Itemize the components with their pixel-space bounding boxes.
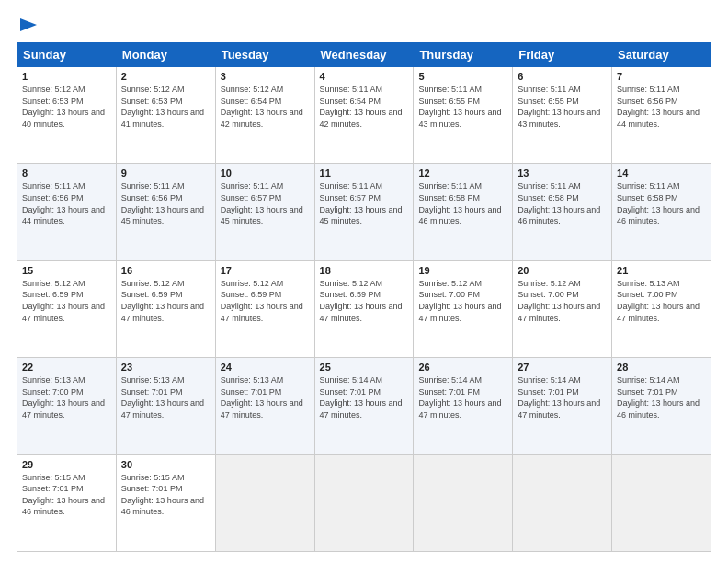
- calendar-week-row: 15Sunrise: 5:12 AMSunset: 6:59 PMDayligh…: [17, 260, 711, 357]
- day-number: 15: [22, 265, 111, 276]
- calendar-cell: 25Sunrise: 5:14 AMSunset: 7:01 PMDayligh…: [314, 358, 414, 454]
- day-info: Sunrise: 5:11 AMSunset: 6:58 PMDaylight:…: [518, 181, 600, 225]
- day-number: 20: [518, 265, 607, 276]
- page: SundayMondayTuesdayWednesdayThursdayFrid…: [0, 0, 728, 563]
- calendar-cell: 1Sunrise: 5:12 AMSunset: 6:53 PMDaylight…: [17, 67, 117, 164]
- day-number: 17: [221, 265, 310, 276]
- day-number: 7: [617, 71, 706, 82]
- day-info: Sunrise: 5:12 AMSunset: 6:59 PMDaylight:…: [121, 279, 204, 323]
- calendar-cell: 13Sunrise: 5:11 AMSunset: 6:58 PMDayligh…: [513, 164, 612, 260]
- day-info: Sunrise: 5:11 AMSunset: 6:57 PMDaylight:…: [320, 181, 403, 225]
- logo: [17, 17, 39, 33]
- day-number: 9: [121, 167, 210, 178]
- day-info: Sunrise: 5:14 AMSunset: 7:01 PMDaylight:…: [418, 375, 501, 419]
- day-header-tuesday: Tuesday: [215, 43, 314, 67]
- day-info: Sunrise: 5:11 AMSunset: 6:55 PMDaylight:…: [518, 85, 600, 129]
- day-number: 28: [617, 362, 706, 373]
- calendar-week-row: 1Sunrise: 5:12 AMSunset: 6:53 PMDaylight…: [17, 67, 711, 164]
- day-number: 8: [22, 167, 111, 178]
- calendar-cell: 29Sunrise: 5:15 AMSunset: 7:01 PMDayligh…: [17, 454, 117, 551]
- calendar-cell: 6Sunrise: 5:11 AMSunset: 6:55 PMDaylight…: [513, 67, 612, 164]
- day-info: Sunrise: 5:13 AMSunset: 7:01 PMDaylight:…: [121, 375, 204, 419]
- day-number: 26: [418, 362, 507, 373]
- day-info: Sunrise: 5:12 AMSunset: 6:53 PMDaylight:…: [121, 85, 204, 129]
- day-number: 23: [121, 362, 210, 373]
- day-number: 30: [121, 459, 210, 470]
- day-number: 27: [518, 362, 607, 373]
- day-info: Sunrise: 5:14 AMSunset: 7:01 PMDaylight:…: [320, 375, 403, 419]
- day-info: Sunrise: 5:11 AMSunset: 6:55 PMDaylight:…: [418, 85, 501, 129]
- calendar-header-row: SundayMondayTuesdayWednesdayThursdayFrid…: [17, 43, 711, 67]
- day-info: Sunrise: 5:15 AMSunset: 7:01 PMDaylight:…: [121, 473, 204, 517]
- calendar-cell: 28Sunrise: 5:14 AMSunset: 7:01 PMDayligh…: [612, 358, 711, 454]
- day-info: Sunrise: 5:13 AMSunset: 7:00 PMDaylight:…: [617, 279, 700, 323]
- day-info: Sunrise: 5:12 AMSunset: 6:54 PMDaylight:…: [221, 85, 303, 129]
- calendar-week-row: 8Sunrise: 5:11 AMSunset: 6:56 PMDaylight…: [17, 164, 711, 260]
- calendar-table: SundayMondayTuesdayWednesdayThursdayFrid…: [17, 42, 711, 552]
- day-info: Sunrise: 5:12 AMSunset: 6:59 PMDaylight:…: [320, 279, 403, 323]
- day-info: Sunrise: 5:12 AMSunset: 6:59 PMDaylight:…: [221, 279, 303, 323]
- day-number: 13: [518, 167, 607, 178]
- day-number: 4: [320, 71, 409, 82]
- day-info: Sunrise: 5:14 AMSunset: 7:01 PMDaylight:…: [518, 375, 600, 419]
- day-number: 21: [617, 265, 706, 276]
- day-number: 22: [22, 362, 111, 373]
- calendar-cell: 22Sunrise: 5:13 AMSunset: 7:00 PMDayligh…: [17, 358, 117, 454]
- calendar-cell: 24Sunrise: 5:13 AMSunset: 7:01 PMDayligh…: [215, 358, 314, 454]
- day-info: Sunrise: 5:11 AMSunset: 6:54 PMDaylight:…: [320, 85, 403, 129]
- day-info: Sunrise: 5:11 AMSunset: 6:58 PMDaylight:…: [418, 181, 501, 225]
- day-number: 14: [617, 167, 706, 178]
- day-info: Sunrise: 5:12 AMSunset: 6:53 PMDaylight:…: [22, 85, 105, 129]
- calendar-cell: 5Sunrise: 5:11 AMSunset: 6:55 PMDaylight…: [414, 67, 513, 164]
- calendar-cell: 30Sunrise: 5:15 AMSunset: 7:01 PMDayligh…: [116, 454, 215, 551]
- day-number: 6: [518, 71, 607, 82]
- calendar-cell: 11Sunrise: 5:11 AMSunset: 6:57 PMDayligh…: [314, 164, 414, 260]
- calendar-week-row: 22Sunrise: 5:13 AMSunset: 7:00 PMDayligh…: [17, 358, 711, 454]
- day-number: 19: [418, 265, 507, 276]
- day-info: Sunrise: 5:11 AMSunset: 6:56 PMDaylight:…: [617, 85, 700, 129]
- calendar-cell: 14Sunrise: 5:11 AMSunset: 6:58 PMDayligh…: [612, 164, 711, 260]
- calendar-cell: 23Sunrise: 5:13 AMSunset: 7:01 PMDayligh…: [116, 358, 215, 454]
- calendar-week-row: 29Sunrise: 5:15 AMSunset: 7:01 PMDayligh…: [17, 454, 711, 551]
- calendar-cell: [314, 454, 414, 551]
- calendar-cell: 18Sunrise: 5:12 AMSunset: 6:59 PMDayligh…: [314, 260, 414, 357]
- day-info: Sunrise: 5:13 AMSunset: 7:00 PMDaylight:…: [22, 375, 105, 419]
- day-number: 24: [221, 362, 310, 373]
- day-header-wednesday: Wednesday: [314, 43, 414, 67]
- calendar-cell: 7Sunrise: 5:11 AMSunset: 6:56 PMDaylight…: [612, 67, 711, 164]
- day-header-friday: Friday: [513, 43, 612, 67]
- day-number: 12: [418, 167, 507, 178]
- day-info: Sunrise: 5:12 AMSunset: 7:00 PMDaylight:…: [518, 279, 600, 323]
- calendar-cell: 10Sunrise: 5:11 AMSunset: 6:57 PMDayligh…: [215, 164, 314, 260]
- day-number: 3: [221, 71, 310, 82]
- calendar-cell: 12Sunrise: 5:11 AMSunset: 6:58 PMDayligh…: [414, 164, 513, 260]
- day-header-monday: Monday: [116, 43, 215, 67]
- calendar-cell: 4Sunrise: 5:11 AMSunset: 6:54 PMDaylight…: [314, 67, 414, 164]
- calendar-cell: 19Sunrise: 5:12 AMSunset: 7:00 PMDayligh…: [414, 260, 513, 357]
- header: [17, 17, 711, 33]
- calendar-cell: 9Sunrise: 5:11 AMSunset: 6:56 PMDaylight…: [116, 164, 215, 260]
- day-number: 29: [22, 459, 111, 470]
- day-number: 16: [121, 265, 210, 276]
- day-header-thursday: Thursday: [414, 43, 513, 67]
- calendar-cell: 21Sunrise: 5:13 AMSunset: 7:00 PMDayligh…: [612, 260, 711, 357]
- calendar-cell: 2Sunrise: 5:12 AMSunset: 6:53 PMDaylight…: [116, 67, 215, 164]
- calendar-cell: 8Sunrise: 5:11 AMSunset: 6:56 PMDaylight…: [17, 164, 117, 260]
- day-number: 1: [22, 71, 111, 82]
- day-number: 5: [418, 71, 507, 82]
- logo-flag-icon: [18, 17, 39, 33]
- day-number: 18: [320, 265, 409, 276]
- day-number: 10: [221, 167, 310, 178]
- day-header-sunday: Sunday: [17, 43, 117, 67]
- calendar-cell: 3Sunrise: 5:12 AMSunset: 6:54 PMDaylight…: [215, 67, 314, 164]
- calendar-cell: 20Sunrise: 5:12 AMSunset: 7:00 PMDayligh…: [513, 260, 612, 357]
- day-info: Sunrise: 5:11 AMSunset: 6:57 PMDaylight:…: [221, 181, 303, 225]
- calendar-cell: 16Sunrise: 5:12 AMSunset: 6:59 PMDayligh…: [116, 260, 215, 357]
- day-info: Sunrise: 5:14 AMSunset: 7:01 PMDaylight:…: [617, 375, 700, 419]
- day-info: Sunrise: 5:11 AMSunset: 6:58 PMDaylight:…: [617, 181, 700, 225]
- day-number: 25: [320, 362, 409, 373]
- calendar-cell: 26Sunrise: 5:14 AMSunset: 7:01 PMDayligh…: [414, 358, 513, 454]
- calendar-cell: [612, 454, 711, 551]
- day-info: Sunrise: 5:12 AMSunset: 6:59 PMDaylight:…: [22, 279, 105, 323]
- day-info: Sunrise: 5:11 AMSunset: 6:56 PMDaylight:…: [22, 181, 105, 225]
